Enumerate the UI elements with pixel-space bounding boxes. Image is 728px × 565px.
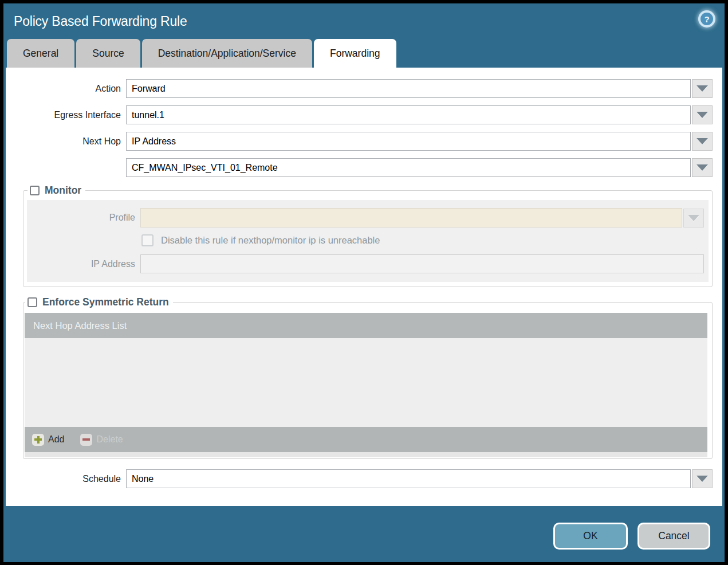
help-button[interactable]: ? [698, 10, 715, 28]
schedule-row: Schedule None [6, 469, 713, 488]
delete-button[interactable]: Delete [80, 434, 123, 446]
next-hop-address-select[interactable]: CF_MWAN_IPsec_VTI_01_Remote [126, 158, 691, 177]
disable-rule-row: Disable this rule if nexthop/monitor ip … [141, 234, 704, 246]
next-hop-address-row: CF_MWAN_IPsec_VTI_01_Remote [6, 158, 713, 177]
monitor-legend: Monitor [27, 185, 85, 197]
action-row: Action Forward [6, 79, 713, 98]
monitor-ip-address-label: IP Address [27, 259, 140, 269]
forwarding-tab-panel: Action Forward Egress Interface tunnel.1… [6, 68, 722, 506]
enforce-symmetric-return-group: Enforce Symmetric Return Next Hop Addres… [23, 296, 713, 459]
title-bar: Policy Based Forwarding Rule ? [3, 3, 725, 39]
egress-interface-row: Egress Interface tunnel.1 [6, 105, 713, 124]
chevron-down-icon [696, 138, 708, 144]
chevron-down-icon [696, 476, 708, 482]
action-dropdown-button[interactable] [692, 79, 713, 98]
chevron-down-icon [696, 85, 708, 92]
monitor-panel: Profile Disable this rule if nexthop/mon… [27, 200, 709, 282]
tab-bar: General Source Destination/Application/S… [3, 39, 725, 68]
egress-interface-dropdown-button[interactable] [692, 105, 713, 124]
next-hop-address-dropdown-button[interactable] [692, 158, 713, 177]
action-select[interactable]: Forward [126, 79, 691, 98]
next-hop-address-list-body[interactable] [25, 338, 707, 427]
table-scrollbar-track [25, 452, 707, 457]
dialog-window: Policy Based Forwarding Rule ? General S… [3, 3, 725, 562]
chevron-down-icon [696, 112, 708, 118]
next-hop-type-select[interactable]: IP Address [126, 132, 691, 151]
next-hop-row: Next Hop IP Address [6, 132, 713, 151]
disable-rule-checkbox[interactable] [141, 234, 154, 246]
monitor-legend-label: Monitor [45, 185, 81, 197]
enforce-symmetric-return-legend: Enforce Symmetric Return [25, 296, 173, 308]
enforce-symmetric-return-checkbox[interactable] [27, 297, 37, 307]
profile-label: Profile [27, 213, 140, 223]
next-hop-type-dropdown-button[interactable] [692, 132, 713, 151]
monitor-checkbox[interactable] [30, 186, 40, 195]
egress-interface-select[interactable]: tunnel.1 [126, 105, 691, 124]
ok-button[interactable]: OK [553, 523, 628, 550]
monitor-ip-address-input[interactable] [140, 254, 704, 273]
disable-rule-label: Disable this rule if nexthop/monitor ip … [161, 235, 380, 246]
tab-forwarding[interactable]: Forwarding [314, 39, 396, 68]
action-label: Action [6, 84, 126, 94]
tab-general[interactable]: General [7, 39, 74, 68]
next-hop-address-list-toolbar: Add Delete [25, 427, 707, 452]
help-icon: ? [701, 13, 713, 25]
add-button-label: Add [48, 434, 64, 445]
schedule-label: Schedule [6, 474, 126, 484]
plus-icon [32, 434, 44, 446]
delete-button-label: Delete [96, 434, 123, 445]
monitor-group: Monitor Profile Disable this rule if nex… [23, 185, 713, 287]
next-hop-address-list-header: Next Hop Address List [25, 313, 707, 338]
tab-destination-application-service[interactable]: Destination/Application/Service [142, 39, 312, 68]
profile-dropdown-button[interactable] [683, 209, 704, 227]
schedule-select[interactable]: None [126, 469, 691, 488]
next-hop-label: Next Hop [6, 136, 126, 147]
add-button[interactable]: Add [32, 434, 64, 446]
profile-select[interactable] [140, 208, 682, 227]
cancel-button[interactable]: Cancel [638, 523, 710, 550]
monitor-ip-address-row: IP Address [27, 254, 704, 273]
profile-row: Profile [27, 208, 704, 227]
minus-icon [80, 434, 92, 446]
egress-interface-label: Egress Interface [6, 110, 126, 120]
next-hop-address-list-table: Next Hop Address List Add Delete [25, 313, 707, 457]
chevron-down-icon [688, 215, 699, 221]
dialog-footer: OK Cancel [3, 506, 725, 562]
chevron-down-icon [696, 164, 708, 171]
schedule-dropdown-button[interactable] [692, 469, 713, 488]
enforce-symmetric-return-legend-label: Enforce Symmetric Return [42, 296, 169, 308]
tab-source[interactable]: Source [76, 39, 140, 68]
dialog-title: Policy Based Forwarding Rule [14, 14, 187, 29]
